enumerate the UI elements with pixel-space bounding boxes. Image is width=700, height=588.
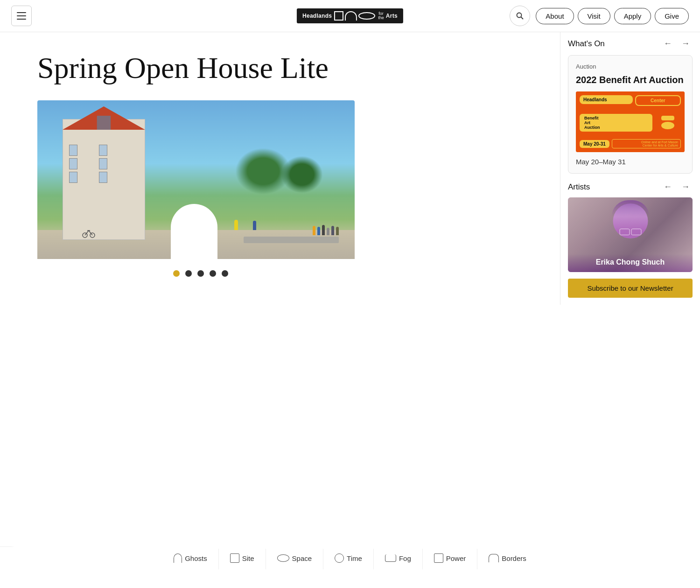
header: Headlands for the Arts: [0, 0, 700, 32]
content-left: Spring Open House Lite: [0, 32, 560, 305]
page-title: Spring Open House Lite: [37, 51, 532, 85]
about-button[interactable]: About: [536, 8, 574, 24]
tag-site-label: Site: [242, 554, 254, 562]
event-card[interactable]: Auction 2022 Benefit Art Auction Headlan…: [568, 55, 693, 174]
tag-space[interactable]: Space: [266, 547, 324, 569]
artists-next[interactable]: →: [679, 181, 693, 193]
artists-header: Artists ← →: [568, 181, 693, 193]
artist-name: Erika Chong Shuch: [568, 254, 693, 272]
carousel-dot-1[interactable]: [185, 270, 192, 277]
carousel-dot-3[interactable]: [210, 270, 216, 277]
artist-card[interactable]: Erika Chong Shuch: [568, 197, 693, 272]
menu-line-3: [17, 19, 26, 20]
sidebar: What's On ← → Auction 2022 Benefit Art A…: [560, 32, 700, 305]
logo-square-shape: [334, 11, 343, 21]
whats-on-title: What's On: [568, 39, 605, 49]
svg-line-1: [521, 17, 524, 20]
artists-arrows: ← →: [661, 181, 693, 193]
tag-time-label: Time: [347, 554, 362, 562]
tag-space-label: Space: [292, 554, 312, 562]
whats-on-next[interactable]: →: [679, 38, 693, 49]
menu-button[interactable]: [11, 6, 32, 26]
borders-icon: [489, 554, 499, 562]
tag-site[interactable]: Site: [219, 547, 266, 569]
hero-image: [37, 100, 355, 259]
event-dates: May 20–May 31: [576, 158, 685, 166]
svg-rect-3: [97, 116, 111, 130]
tag-fog-label: Fog: [399, 554, 411, 562]
whats-on-header: What's On ← →: [568, 38, 693, 49]
fog-icon: [385, 554, 396, 562]
logo-mark: Headlands for the Arts: [297, 8, 403, 23]
newsletter-button[interactable]: Subscribe to our Newsletter: [568, 279, 693, 298]
tag-fog[interactable]: Fog: [374, 547, 423, 569]
tag-ghosts-label: Ghosts: [185, 554, 207, 562]
glasses-left: [619, 229, 630, 235]
main-nav: About Visit Apply Give: [536, 8, 689, 24]
page-wrapper: Headlands for the Arts: [0, 0, 700, 569]
tag-borders[interactable]: Borders: [477, 547, 538, 569]
whats-on-arrows: ← →: [661, 38, 693, 49]
carousel-dot-0[interactable]: [173, 270, 180, 277]
ghost-icon: [174, 553, 182, 563]
event-image: Headlands Center BenefitArtAuction: [576, 91, 685, 152]
search-button[interactable]: [510, 6, 530, 26]
wavy-border: [0, 539, 700, 549]
space-icon: [277, 554, 289, 562]
menu-line-2: [17, 15, 26, 16]
visit-button[interactable]: Visit: [578, 8, 610, 24]
artists-title: Artists: [568, 182, 590, 192]
header-left: [11, 6, 32, 26]
glasses-right: [631, 229, 641, 235]
event-category: Auction: [576, 63, 685, 70]
logo-oval-shape: [358, 12, 375, 20]
svg-point-0: [517, 13, 522, 18]
carousel-dot-4[interactable]: [222, 270, 228, 277]
header-right: About Visit Apply Give: [510, 6, 689, 26]
tag-power[interactable]: Power: [423, 547, 478, 569]
tag-time[interactable]: Time: [323, 547, 374, 569]
apply-button[interactable]: Apply: [614, 8, 651, 24]
tags-bar: Ghosts Site Space Time Fog Power Borders: [0, 546, 700, 569]
artists-prev[interactable]: ←: [661, 181, 675, 193]
logo-shapes: [334, 11, 375, 21]
main-layout: Spring Open House Lite: [0, 32, 700, 305]
logo-headlands-text: Headlands: [302, 13, 332, 19]
site-icon: [230, 553, 239, 563]
give-button[interactable]: Give: [655, 8, 689, 24]
power-icon: [434, 553, 443, 563]
logo-arch-shape: [345, 11, 357, 21]
logo[interactable]: Headlands for the Arts: [297, 8, 403, 23]
whats-on-prev[interactable]: ←: [661, 38, 675, 49]
search-icon: [516, 12, 524, 20]
carousel-dot-2[interactable]: [197, 270, 204, 277]
hero-image-container: [37, 100, 364, 286]
tag-borders-label: Borders: [502, 554, 526, 562]
event-title: 2022 Benefit Art Auction: [576, 74, 685, 86]
menu-line-1: [17, 12, 26, 13]
carousel-dots: [37, 270, 364, 286]
time-icon: [335, 553, 344, 563]
logo-for-the: for the: [378, 12, 384, 20]
tag-power-label: Power: [446, 554, 466, 562]
logo-arts-text: Arts: [386, 13, 398, 19]
tag-ghosts[interactable]: Ghosts: [162, 547, 219, 569]
